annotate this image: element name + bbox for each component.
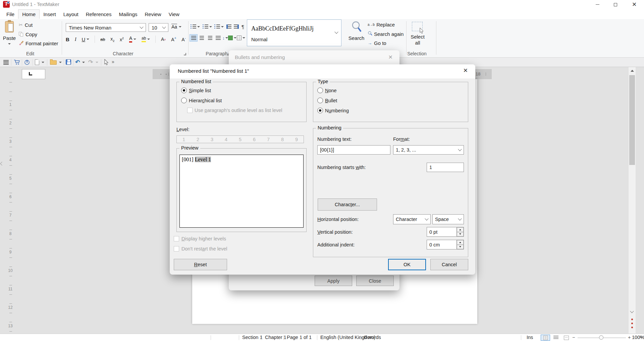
character-button[interactable]: Character... xyxy=(318,198,377,211)
font-name-combo[interactable]: Times New Roman xyxy=(66,23,146,32)
replace-button[interactable]: a→b Replace xyxy=(368,22,395,27)
search-again-button[interactable]: Search again xyxy=(368,31,404,37)
tab-stop-selector[interactable] xyxy=(22,69,45,79)
scrollbar-thumb[interactable] xyxy=(629,75,635,165)
view-preview-button[interactable] xyxy=(561,335,571,341)
open-dropdown-icon[interactable] xyxy=(59,62,62,63)
vertical-position-spinner[interactable]: 0 pt xyxy=(427,227,464,237)
align-center-button[interactable] xyxy=(198,34,206,42)
search-button[interactable]: Search xyxy=(347,20,366,44)
minimize-button[interactable] xyxy=(590,0,605,9)
grow-font-button[interactable]: A+ xyxy=(171,36,176,42)
increase-indent-icon[interactable] xyxy=(226,24,231,29)
superscript-button[interactable]: x2 xyxy=(120,37,124,42)
subscript-button[interactable]: x2 xyxy=(110,36,114,43)
shading-button[interactable] xyxy=(228,36,236,40)
multilevel-list-button[interactable] xyxy=(214,24,224,29)
decrease-indent-icon[interactable] xyxy=(234,24,239,29)
simple-list-radio[interactable]: Simple list xyxy=(181,88,211,93)
tab-view[interactable]: View xyxy=(165,10,183,19)
status-more-icon[interactable]: » xyxy=(640,334,642,339)
additional-indent-spinner[interactable]: 0 cm xyxy=(427,240,464,249)
select-all-button[interactable]: Select all xyxy=(410,21,425,50)
format-painter-button[interactable]: Format painter xyxy=(19,40,58,46)
sidebar-collapse-icon[interactable] xyxy=(0,162,4,165)
tab-home[interactable]: Home xyxy=(18,9,40,19)
underline-button[interactable]: U xyxy=(82,37,89,42)
toolbar-more-icon[interactable]: » xyxy=(112,59,114,64)
tab-layout[interactable]: Layout xyxy=(60,10,82,19)
type-numbering-radio[interactable]: Numbering xyxy=(317,108,349,113)
status-page[interactable]: Page 1 of 1 xyxy=(287,335,312,340)
new-document-icon[interactable] xyxy=(35,59,39,65)
borders-button[interactable] xyxy=(237,36,245,40)
nav-dot[interactable] xyxy=(631,319,633,320)
hierarchical-list-radio[interactable]: Hierarchical list xyxy=(181,98,222,103)
tab-mailings[interactable]: Mailings xyxy=(115,10,141,19)
numbering-text-input[interactable]: [00{1}] xyxy=(317,145,390,155)
maximize-button[interactable] xyxy=(608,0,623,9)
zoom-in-button[interactable]: + xyxy=(628,335,631,340)
nav-dot[interactable] xyxy=(631,323,633,324)
tab-insert[interactable]: Insert xyxy=(40,10,60,19)
vertical-scrollbar[interactable] xyxy=(629,67,636,334)
scroll-page-down-icon[interactable] xyxy=(630,309,634,313)
undo-dropdown-icon[interactable] xyxy=(82,62,85,63)
radio-icon[interactable] xyxy=(181,98,187,103)
status-section[interactable]: Section 1 xyxy=(242,335,262,340)
status-insert-mode[interactable]: Ins xyxy=(527,335,533,340)
starts-with-input[interactable]: 1 xyxy=(427,163,464,172)
new-document-dropdown-icon[interactable] xyxy=(42,62,44,63)
highlight-button[interactable]: ab xyxy=(142,36,150,42)
reset-button[interactable]: Reset xyxy=(174,259,227,270)
shrink-font-button[interactable]: A- xyxy=(181,36,186,42)
close-icon[interactable]: ✕ xyxy=(463,68,468,73)
radio-icon[interactable] xyxy=(317,88,323,93)
pilcrow-icon[interactable]: ¶ xyxy=(241,24,244,30)
goto-button[interactable]: → Go to xyxy=(368,40,386,46)
spin-down-icon[interactable] xyxy=(457,245,464,249)
spin-down-icon[interactable] xyxy=(457,232,464,237)
align-left-button[interactable] xyxy=(190,34,198,42)
sidebar-toggle-icon[interactable] xyxy=(3,60,9,65)
view-normal-button[interactable] xyxy=(541,335,550,341)
undo-icon[interactable]: ↶ xyxy=(75,59,80,66)
type-none-radio[interactable]: None xyxy=(317,88,337,93)
bold-button[interactable]: B xyxy=(66,37,69,42)
view-continuous-button[interactable] xyxy=(551,335,560,341)
ok-button[interactable]: OK xyxy=(388,259,426,270)
font-color-button[interactable]: A xyxy=(129,36,136,42)
horizontal-space-select[interactable]: Space xyxy=(432,214,464,224)
save-icon[interactable] xyxy=(66,59,71,65)
font-size-combo[interactable]: 10 xyxy=(149,23,168,32)
radio-icon[interactable] xyxy=(181,88,187,93)
align-justify-button[interactable] xyxy=(214,34,222,42)
touch-mode-icon[interactable] xyxy=(24,59,30,66)
align-right-button[interactable] xyxy=(206,34,214,42)
spin-up-icon[interactable] xyxy=(457,227,464,232)
shop-cart-icon[interactable] xyxy=(14,59,20,66)
status-word-count[interactable]: 0 words xyxy=(364,335,381,340)
zoom-slider-thumb[interactable] xyxy=(599,335,603,340)
clear-formatting-button[interactable]: A♦ xyxy=(161,37,166,42)
change-case-button[interactable]: Aa xyxy=(171,24,181,30)
radio-icon[interactable] xyxy=(317,98,323,103)
strikethrough-button[interactable]: ab xyxy=(100,37,105,42)
dialog-titlebar[interactable]: Numbered list "Numbered list 1" ✕ xyxy=(170,64,475,78)
style-selector[interactable]: AaBbCcDdEeFfGgHhIiJj Normal xyxy=(247,19,341,46)
spin-up-icon[interactable] xyxy=(457,240,464,245)
bullet-list-button[interactable] xyxy=(191,24,200,29)
cancel-button[interactable]: Cancel xyxy=(430,259,468,270)
line-spacing-button[interactable]: ↕ xyxy=(222,36,228,41)
format-select[interactable]: 1, 2, 3, ... xyxy=(393,145,464,155)
tab-review[interactable]: Review xyxy=(141,10,165,19)
paste-dropdown-icon[interactable] xyxy=(8,43,11,45)
scroll-up-icon[interactable] xyxy=(631,70,634,72)
tab-file[interactable]: File xyxy=(3,10,18,19)
radio-icon[interactable] xyxy=(317,108,323,113)
object-mode-pointer-icon[interactable] xyxy=(104,59,109,66)
tab-references[interactable]: References xyxy=(82,10,115,19)
close-window-button[interactable]: ✕ xyxy=(627,0,642,9)
horizontal-position-select[interactable]: Character xyxy=(393,214,431,224)
character-dialog-launcher-icon[interactable] xyxy=(184,53,186,55)
